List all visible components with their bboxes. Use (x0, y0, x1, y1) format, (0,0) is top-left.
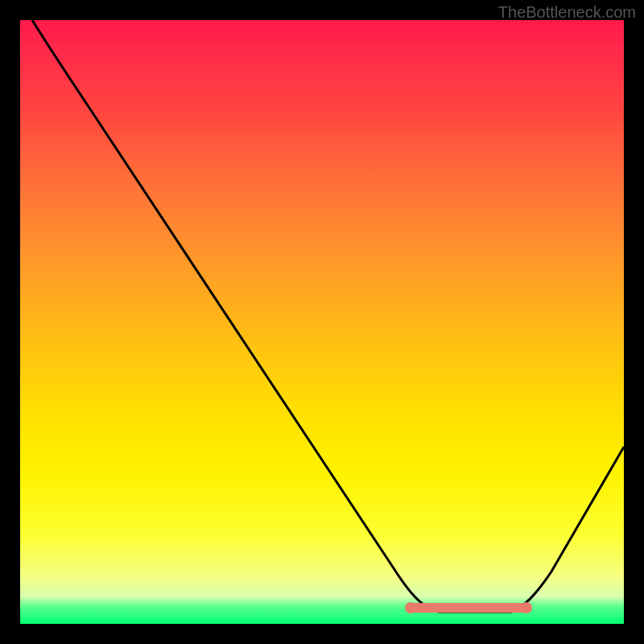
curve-svg (20, 20, 624, 624)
plot-area (20, 20, 624, 624)
watermark-text: TheBottleneck.com (498, 3, 636, 22)
curve-path (32, 20, 624, 612)
optimal-range-marker (408, 603, 529, 613)
